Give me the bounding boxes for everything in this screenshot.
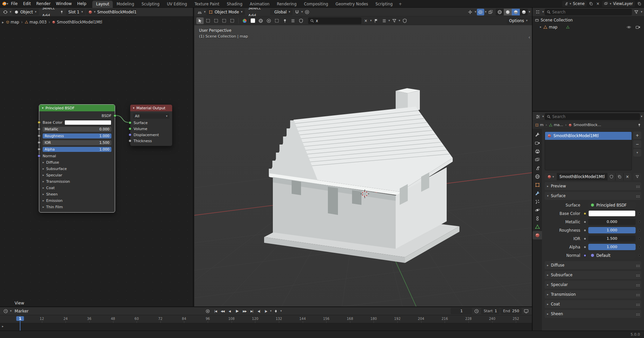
- workspace-tab-shading[interactable]: Shading: [223, 1, 246, 8]
- viewport-toolbar-icon-2[interactable]: [265, 17, 273, 24]
- workspace-tab-animation[interactable]: Animation: [246, 1, 273, 8]
- properties-tab-modifiers[interactable]: [533, 189, 542, 198]
- add-workspace-button[interactable]: +: [396, 1, 404, 8]
- region-toggle-icon[interactable]: ▸: [2, 20, 4, 24]
- panel-surface[interactable]: ▾ Surface: [545, 192, 641, 200]
- channel-expand-icon[interactable]: ▸: [2, 325, 4, 328]
- remove-slot-button[interactable]: −: [633, 140, 641, 148]
- select-mode-subtract-button[interactable]: [220, 17, 228, 24]
- unlink-material-button[interactable]: ×: [623, 173, 631, 180]
- shader-type-dropdown[interactable]: Object ▾: [12, 9, 39, 15]
- clear-search-button[interactable]: ×: [362, 17, 369, 24]
- ior-slider[interactable]: IOR1.500: [43, 140, 111, 145]
- panel-coat[interactable]: ▸Coat: [545, 300, 641, 308]
- editor-type-button[interactable]: [534, 113, 542, 120]
- node-section-coat[interactable]: ▸Coat: [39, 185, 115, 191]
- output-target-dropdown[interactable]: All ▾: [133, 113, 169, 119]
- disable-in-render-button[interactable]: [634, 24, 642, 31]
- input-socket[interactable]: [38, 148, 41, 151]
- show-overlays-button[interactable]: [477, 9, 484, 15]
- input-socket[interactable]: [38, 134, 41, 137]
- material-filter-button[interactable]: [633, 173, 641, 180]
- workspace-tab-sculpting[interactable]: Sculpting: [138, 1, 163, 8]
- pin-icon[interactable]: [637, 123, 641, 127]
- properties-tab-particles[interactable]: [533, 198, 542, 206]
- topbar-menu-render[interactable]: Render: [34, 0, 53, 8]
- node-section-sheen[interactable]: ▸Sheen: [39, 191, 115, 198]
- input-socket[interactable]: [129, 127, 132, 130]
- input-socket[interactable]: [38, 128, 41, 131]
- toggle-xray-button[interactable]: [487, 9, 494, 15]
- breadcrumb-item-0[interactable]: m: [535, 123, 544, 127]
- panel-grip-icon[interactable]: [636, 186, 637, 186]
- mode-dropdown[interactable]: Object Mode ▾: [206, 9, 245, 15]
- select-mode-extend-button[interactable]: [212, 17, 220, 24]
- timeline-menu-view[interactable]: View: [12, 299, 35, 307]
- collapse-node-icon[interactable]: ▾: [133, 107, 135, 110]
- white-color-button[interactable]: [249, 17, 256, 24]
- outliner-row-map[interactable]: ▸ map: [533, 23, 644, 31]
- shading-rendered-button[interactable]: [520, 9, 528, 15]
- workspace-tab-compositing[interactable]: Compositing: [300, 1, 332, 8]
- topbar-menu-window[interactable]: Window: [53, 0, 75, 8]
- animate-decorator[interactable]: [638, 254, 641, 257]
- browse-material-button[interactable]: ▾: [545, 173, 557, 180]
- breadcrumb-item-map-003[interactable]: map.003: [25, 20, 47, 24]
- timeline-display-button[interactable]: [523, 308, 530, 315]
- slot-dropdown[interactable]: Slot 1 ▾: [66, 9, 86, 15]
- frame-end-field[interactable]: End 250: [500, 308, 522, 314]
- panel-subsurface[interactable]: ▸Subsurface: [545, 271, 641, 279]
- workspace-tab-layout[interactable]: Layout: [92, 1, 113, 8]
- hide-in-viewport-button[interactable]: [625, 24, 633, 31]
- jump-to-end-button[interactable]: ▶|: [248, 308, 255, 314]
- panel-transmission[interactable]: ▸Transmission: [545, 290, 641, 298]
- breadcrumb-item-1[interactable]: ma...: [549, 123, 563, 127]
- slot-specials-button[interactable]: ▾: [633, 149, 641, 157]
- breadcrumb-item-map[interactable]: map: [6, 20, 19, 24]
- filter-button[interactable]: [391, 17, 398, 24]
- outliner-row-scene-collection[interactable]: Scene Collection: [533, 16, 644, 23]
- play-reverse-button[interactable]: ◀: [226, 308, 233, 314]
- timeline-menu-marker[interactable]: Marker: [12, 307, 35, 315]
- panel-grip-icon[interactable]: [636, 275, 637, 275]
- select-mode-intersect-button[interactable]: [229, 17, 236, 24]
- current-frame-field[interactable]: 1: [451, 308, 472, 314]
- panel-preview[interactable]: ▸ Preview: [545, 182, 641, 190]
- material-name-field[interactable]: SmoothBlockModel1Mtl: [557, 173, 607, 180]
- viewport-toolbar-icon-5[interactable]: [289, 17, 297, 24]
- node-section-transmission[interactable]: ▸Transmission: [39, 178, 115, 185]
- new-material-button[interactable]: [615, 173, 623, 180]
- frame-start-field[interactable]: Start 1: [481, 308, 500, 314]
- node-section-emission[interactable]: ▸Emission: [39, 198, 115, 204]
- panel-grip-icon[interactable]: [636, 314, 637, 314]
- viewlayer-selector[interactable]: ▾ ViewLayer: [602, 1, 635, 7]
- pin-button[interactable]: [58, 9, 65, 15]
- panel-specular[interactable]: ▸Specular: [545, 281, 641, 289]
- properties-tab-render[interactable]: [533, 139, 542, 147]
- input-socket[interactable]: [129, 133, 132, 136]
- panel-grip-icon[interactable]: [636, 304, 637, 304]
- workspace-tab-scripting[interactable]: Scripting: [372, 1, 396, 8]
- properties-tab-world[interactable]: [533, 172, 542, 181]
- show-gizmo-button[interactable]: [466, 9, 474, 15]
- shading-solid-button[interactable]: [504, 9, 512, 15]
- timeline-track[interactable]: ▸: [0, 323, 532, 331]
- node-header[interactable]: ▾ Principled BSDF: [39, 105, 115, 111]
- node-section-diffuse[interactable]: ▸Diffuse: [39, 159, 115, 166]
- delete-scene-button[interactable]: ×: [595, 1, 601, 7]
- animate-decorator[interactable]: [638, 237, 641, 240]
- new-scene-button[interactable]: [588, 1, 594, 7]
- auto-keying-button[interactable]: [204, 308, 211, 315]
- base-color-swatch[interactable]: [64, 120, 111, 125]
- material-slot-selected[interactable]: SmoothBlockModel1Mtl: [545, 132, 632, 140]
- properties-search[interactable]: [545, 113, 640, 120]
- shader-menu-select[interactable]: Select: [40, 8, 57, 12]
- jump-to-start-button[interactable]: |◀: [212, 308, 219, 314]
- step-forward-button[interactable]: |▶: [262, 308, 269, 314]
- list-display-button[interactable]: [381, 17, 388, 24]
- properties-tab-object[interactable]: [533, 181, 542, 189]
- metallic-slider[interactable]: 0.000: [588, 219, 636, 225]
- viewport-canvas[interactable]: User Perspective (1) Scene Collection | …: [194, 25, 532, 306]
- alpha-slider[interactable]: 1.000: [588, 244, 636, 250]
- protect-button[interactable]: [401, 17, 408, 24]
